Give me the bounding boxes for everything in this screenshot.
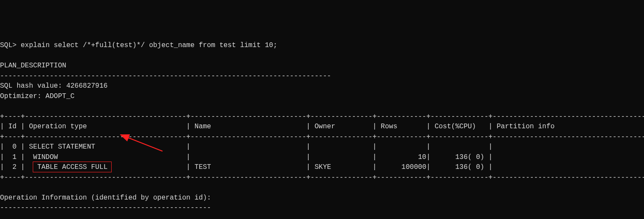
operation-info-heading: Operation Information (identified by ope…: [0, 194, 211, 202]
row2-prefix: | 2 |: [0, 163, 37, 171]
table-row: | 2 | TABLE ACCESS FULL | TEST | SKYE | …: [0, 163, 644, 171]
hrule: ----------------------------------------…: [0, 204, 211, 212]
highlighted-operation: TABLE ACCESS FULL: [37, 162, 107, 173]
sql-command: explain select /*+full(test)*/ object_na…: [21, 41, 277, 49]
table-row: | 1 | WINDOW | | | 10| 136( 0) | |: [0, 153, 644, 161]
table-access-full-text: TABLE ACCESS FULL: [37, 163, 107, 171]
table-row: | 0 | SELECT STATEMENT | | | | | |: [0, 143, 644, 151]
row2-suffix: | TEST | SKYE | 100000| 136( 0) | |: [108, 163, 644, 171]
optimizer-line: Optimizer: ADOPT_C: [0, 92, 75, 100]
terminal-output: SQL> explain select /*+full(test)*/ obje…: [0, 41, 644, 219]
table-border-top: +----+----------------------------------…: [0, 113, 644, 121]
table-border-mid: +----+----------------------------------…: [0, 133, 644, 141]
table-border-bottom: +----+----------------------------------…: [0, 174, 644, 181]
plan-description-heading: PLAN_DESCRIPTION: [0, 62, 66, 70]
sql-prompt: SQL>: [0, 41, 21, 49]
sql-hash-line: SQL hash value: 4266827916: [0, 82, 108, 90]
table-header-row: | Id | Operation type | Name | Owner | R…: [0, 123, 644, 130]
hrule: ----------------------------------------…: [0, 72, 331, 80]
